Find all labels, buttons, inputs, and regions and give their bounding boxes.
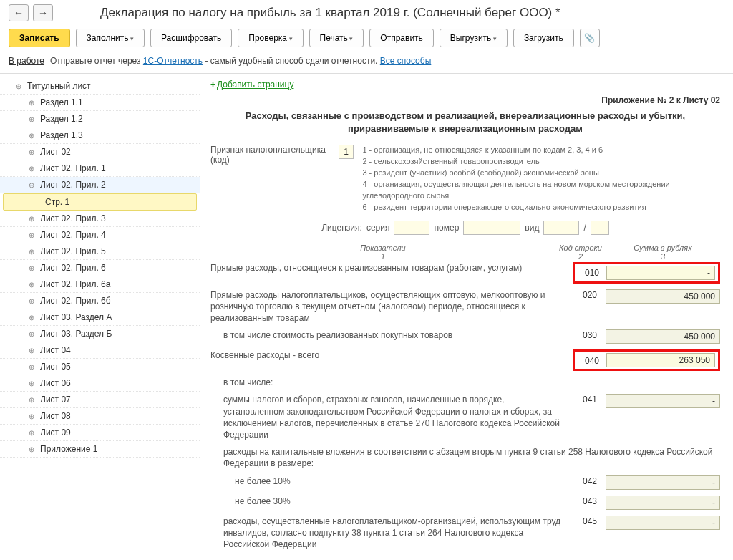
attach-button[interactable]: 📎 bbox=[580, 29, 600, 47]
row-description: расходы, осуществленные налогоплательщик… bbox=[210, 516, 574, 549]
taxpayer-code-input[interactable]: 1 bbox=[339, 145, 354, 159]
expand-icon: ⊕ bbox=[16, 82, 23, 90]
data-row: расходы на капитальные вложения в соотве… bbox=[210, 446, 720, 469]
row-description: в том числе стоимость реализованных поку… bbox=[210, 329, 574, 341]
sidebar-item[interactable]: ⊕Лист 07 bbox=[0, 392, 200, 408]
sidebar-item[interactable]: ⊕Лист 09 bbox=[0, 425, 200, 441]
sidebar-item[interactable]: ⊕Лист 06 bbox=[0, 375, 200, 392]
sidebar-item[interactable]: ⊕Лист 03. Раздел А bbox=[0, 309, 200, 326]
sidebar-item-label: Лист 02. Прил. 5 bbox=[40, 246, 106, 256]
highlighted-cell: 040 bbox=[573, 349, 720, 371]
data-row: в том числе стоимость реализованных поку… bbox=[210, 329, 720, 344]
sidebar-item-label: Лист 02. Прил. 2 bbox=[40, 180, 106, 190]
row-value-input[interactable] bbox=[606, 353, 715, 367]
print-button[interactable]: Печать bbox=[309, 29, 364, 47]
sidebar-item[interactable]: ⊕Титульный лист bbox=[0, 78, 200, 95]
expand-icon: ⊕ bbox=[29, 412, 36, 420]
expand-icon: ⊕ bbox=[29, 215, 36, 223]
data-row: Прямые расходы, относящиеся к реализован… bbox=[210, 262, 720, 284]
expand-icon: ⊕ bbox=[29, 115, 36, 123]
row-value-input[interactable] bbox=[606, 516, 720, 530]
code-legend-line: 1 - организация, не относящаяся к указан… bbox=[362, 145, 720, 156]
row-description: не более 10% bbox=[210, 475, 574, 487]
sidebar-item-label: Лист 09 bbox=[40, 428, 71, 438]
code-legend-line: 3 - резидент (участник) особой (свободно… bbox=[362, 168, 720, 179]
sidebar-item[interactable]: ⊕Раздел 1.3 bbox=[0, 127, 200, 144]
add-plus-icon: + bbox=[210, 79, 215, 90]
expand-icon: ⊕ bbox=[29, 231, 36, 239]
sidebar-item[interactable]: ⊕Лист 04 bbox=[0, 342, 200, 359]
row-value-input[interactable] bbox=[606, 394, 720, 408]
license-extra-input[interactable] bbox=[591, 221, 609, 235]
status-link-all[interactable]: Все способы bbox=[380, 56, 432, 66]
status-label[interactable]: В работе bbox=[9, 56, 44, 66]
expand-icon: ⊕ bbox=[29, 281, 36, 289]
load-button[interactable]: Загрузить bbox=[513, 29, 574, 47]
sidebar-item-label: Лист 06 bbox=[40, 378, 71, 388]
row-value-input[interactable] bbox=[606, 496, 720, 510]
sidebar-item-label: Раздел 1.3 bbox=[40, 130, 83, 140]
sidebar: ⊕Титульный лист⊕Раздел 1.1⊕Раздел 1.2⊕Ра… bbox=[0, 74, 200, 549]
expand-icon: ⊕ bbox=[29, 396, 36, 404]
decode-button[interactable]: Расшифровать bbox=[150, 29, 232, 47]
sidebar-item[interactable]: ⊕Лист 02. Прил. 6б bbox=[0, 293, 200, 309]
sidebar-item[interactable]: ⊕Лист 08 bbox=[0, 408, 200, 425]
status-link-1c[interactable]: 1С-Отчетность bbox=[143, 56, 203, 66]
expand-icon: ⊕ bbox=[29, 132, 36, 140]
row-description: в том числе: bbox=[210, 377, 720, 388]
expand-icon: ⊕ bbox=[29, 429, 36, 437]
license-number-input[interactable] bbox=[463, 221, 520, 235]
sidebar-item[interactable]: ⊕Раздел 1.1 bbox=[0, 95, 200, 111]
license-series-input[interactable] bbox=[394, 221, 429, 235]
row-code: 041 bbox=[574, 394, 606, 405]
taxpayer-label: Признак налогоплательщика (код) bbox=[210, 145, 334, 165]
row-description: расходы на капитальные вложения в соотве… bbox=[210, 446, 720, 469]
expand-icon: ⊕ bbox=[29, 165, 36, 173]
content-area: +Добавить страницу Приложение № 2 к Лист… bbox=[200, 74, 733, 549]
sidebar-item[interactable]: ⊕Лист 02. Прил. 5 bbox=[0, 243, 200, 260]
data-row: Косвенные расходы - всего040 bbox=[210, 349, 720, 371]
sidebar-item[interactable]: ⊕Лист 03. Раздел Б bbox=[0, 326, 200, 342]
sidebar-item-label: Лист 02 bbox=[40, 147, 71, 157]
sidebar-item-label: Лист 02. Прил. 1 bbox=[40, 163, 106, 173]
sidebar-item[interactable]: ⊕Раздел 1.2 bbox=[0, 111, 200, 127]
sidebar-item[interactable]: ⊕Лист 02. Прил. 6 bbox=[0, 260, 200, 276]
sidebar-item[interactable]: ⊕Приложение 1 bbox=[0, 441, 200, 458]
row-code: 030 bbox=[574, 329, 606, 340]
sidebar-item[interactable]: ⊕Лист 02. Прил. 6а bbox=[0, 276, 200, 293]
row-code: 042 bbox=[574, 475, 606, 486]
sidebar-item-label: Лист 03. Раздел А bbox=[40, 312, 112, 322]
row-description: Прямые расходы налогоплательщиков, осуще… bbox=[210, 289, 574, 324]
data-row: в том числе: bbox=[210, 377, 720, 388]
sidebar-item[interactable]: ⊕Лист 05 bbox=[0, 359, 200, 375]
check-button[interactable]: Проверка bbox=[238, 29, 303, 47]
appendix-title: Приложение № 2 к Листу 02 bbox=[210, 95, 720, 105]
license-kind-input[interactable] bbox=[543, 221, 579, 235]
row-value-input[interactable] bbox=[606, 475, 720, 490]
expand-icon: ⊕ bbox=[29, 148, 36, 156]
row-code: 043 bbox=[574, 496, 606, 506]
add-page-link[interactable]: Добавить страницу bbox=[217, 79, 293, 90]
expand-icon: ⊕ bbox=[29, 248, 36, 256]
nav-forward-button[interactable]: → bbox=[33, 4, 53, 21]
sidebar-item[interactable]: ⊕Лист 02. Прил. 4 bbox=[0, 227, 200, 243]
sidebar-item-label: Лист 08 bbox=[40, 411, 71, 421]
sidebar-item[interactable]: ⊕Лист 02. Прил. 1 bbox=[0, 160, 200, 177]
nav-back-button[interactable]: ← bbox=[9, 4, 29, 21]
unload-button[interactable]: Выгрузить bbox=[440, 29, 508, 47]
row-value-input[interactable] bbox=[606, 329, 720, 344]
data-row: Прямые расходы налогоплательщиков, осуще… bbox=[210, 289, 720, 324]
sidebar-item-label: Раздел 1.1 bbox=[40, 97, 83, 107]
row-value-input[interactable] bbox=[606, 289, 720, 304]
sidebar-item-label: Стр. 1 bbox=[45, 197, 69, 207]
sidebar-item[interactable]: ⊕Лист 02. Прил. 3 bbox=[0, 211, 200, 227]
code-legend-line: 4 - организация, осуществляющая деятельн… bbox=[362, 179, 720, 202]
sidebar-item[interactable]: ⊖Лист 02. Прил. 2 bbox=[0, 177, 200, 193]
write-button[interactable]: Записать bbox=[9, 29, 70, 47]
fill-button[interactable]: Заполнить bbox=[76, 29, 145, 47]
expand-icon: ⊕ bbox=[29, 264, 36, 272]
send-button[interactable]: Отправить bbox=[369, 29, 434, 47]
sidebar-item[interactable]: ⊕Лист 02 bbox=[0, 144, 200, 160]
sidebar-item[interactable]: Стр. 1 bbox=[3, 193, 197, 211]
row-value-input[interactable] bbox=[606, 266, 715, 280]
